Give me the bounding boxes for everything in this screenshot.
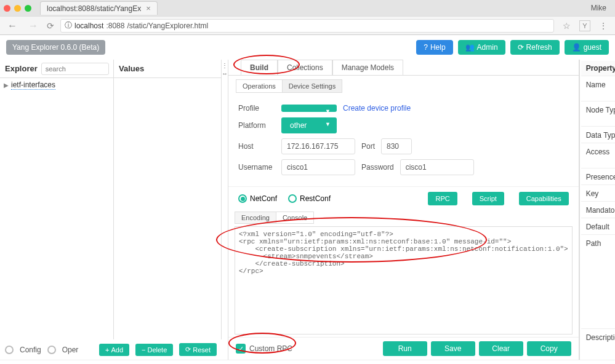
restconf-radio[interactable]: RestConf bbox=[288, 194, 331, 203]
prop-row-label: Path bbox=[581, 236, 615, 329]
maximize-window-icon[interactable] bbox=[25, 5, 31, 12]
copy-button[interactable]: Copy bbox=[527, 341, 571, 356]
filter-icon[interactable]: ⋮ bbox=[222, 62, 228, 69]
run-button[interactable]: Run bbox=[383, 341, 427, 356]
reload-icon[interactable]: ⟳ bbox=[47, 21, 54, 31]
status-bar: Status : Clear completed IETF 93 bbox=[0, 360, 615, 364]
prop-row-label: Access bbox=[581, 144, 615, 168]
save-button[interactable]: Save bbox=[431, 341, 475, 356]
info-icon: ⓘ bbox=[65, 20, 72, 31]
device-settings-form: Profile Create device profile Platform o… bbox=[228, 93, 579, 186]
tab-collections[interactable]: Collections bbox=[278, 60, 332, 75]
password-label: Password bbox=[361, 163, 394, 172]
subtab-device-settings[interactable]: Device Settings bbox=[283, 79, 342, 93]
radio-checked-icon bbox=[238, 194, 247, 203]
subtab-operations[interactable]: Operations bbox=[236, 79, 283, 93]
center-panel: Build Collections Manage Models Operatio… bbox=[228, 60, 579, 360]
oper-radio[interactable] bbox=[47, 346, 56, 354]
tab-build[interactable]: Build bbox=[241, 60, 278, 75]
radio-unchecked-icon bbox=[288, 194, 297, 203]
values-header: Values bbox=[119, 64, 144, 73]
admin-button[interactable]: 👥Admin bbox=[458, 40, 505, 55]
browser-menu-icon[interactable]: ⋮ bbox=[597, 21, 610, 31]
minimize-window-icon[interactable] bbox=[14, 5, 21, 12]
custom-rpc-label: Custom RPC bbox=[249, 344, 292, 353]
close-tab-icon[interactable]: × bbox=[146, 4, 151, 13]
prop-row-label: Presence bbox=[581, 170, 615, 185]
tab-manage-models[interactable]: Manage Models bbox=[332, 60, 403, 75]
platform-label: Platform bbox=[238, 121, 275, 130]
password-input[interactable] bbox=[400, 159, 474, 175]
url-port: :8088 bbox=[106, 22, 124, 30]
tree-item-label: ietf-interfaces bbox=[11, 81, 55, 90]
clear-button[interactable]: Clear bbox=[479, 341, 523, 356]
browser-tab[interactable]: localhost:8088/static/YangEx × bbox=[40, 1, 158, 15]
console-tab[interactable]: Console bbox=[276, 212, 314, 224]
netconf-radio[interactable]: NetConf bbox=[238, 194, 277, 203]
refresh-button[interactable]: ⟳Refresh bbox=[510, 40, 560, 55]
prop-row-label: Key bbox=[581, 186, 615, 202]
help-icon: ? bbox=[424, 43, 428, 52]
host-input[interactable] bbox=[281, 138, 355, 154]
address-bar[interactable]: ⓘ localhost:8088/static/YangExplorer.htm… bbox=[60, 19, 554, 33]
bookmark-icon[interactable]: ☆ bbox=[560, 21, 573, 31]
delete-button[interactable]: −Delete bbox=[135, 344, 173, 356]
config-radio[interactable] bbox=[5, 346, 14, 354]
custom-rpc-checkbox[interactable]: ✓ bbox=[236, 344, 246, 354]
browser-chrome: localhost:8088/static/YangEx × Mike ← → … bbox=[0, 0, 615, 35]
tree-item[interactable]: ▶ ietf-interfaces bbox=[0, 78, 113, 92]
profile-dropdown[interactable] bbox=[281, 105, 337, 112]
app-title-badge: Yang Explorer 0.6.0 (Beta) bbox=[6, 40, 105, 55]
host-label: Host bbox=[238, 142, 275, 151]
explorer-panel: Explorer ▶ ietf-interfaces bbox=[0, 60, 114, 339]
port-label: Port bbox=[361, 142, 375, 151]
prop-row-label: Description bbox=[581, 330, 615, 364]
splitter-column[interactable]: ⋮ ↔ bbox=[222, 60, 228, 360]
port-input[interactable] bbox=[381, 138, 412, 154]
encoding-tab[interactable]: Encoding bbox=[235, 212, 276, 224]
values-panel: Values bbox=[114, 60, 222, 339]
admin-icon: 👥 bbox=[465, 43, 475, 52]
profile-label: Profile bbox=[238, 104, 275, 113]
add-button[interactable]: +Add bbox=[99, 344, 129, 356]
refresh-icon: ⟳ bbox=[518, 43, 524, 52]
main-area: Explorer ▶ ietf-interfaces Values Config… bbox=[0, 60, 615, 360]
extension-icon[interactable]: Y bbox=[579, 20, 590, 31]
prop-row-label: Data Type bbox=[581, 128, 615, 143]
username-input[interactable] bbox=[281, 159, 355, 175]
reset-icon: ⟳ bbox=[185, 346, 191, 354]
property-header: Property bbox=[581, 61, 615, 76]
main-tabbar: Build Collections Manage Models bbox=[228, 60, 579, 76]
tab-title: localhost:8088/static/YangEx bbox=[47, 4, 141, 13]
create-profile-link[interactable]: Create device profile bbox=[343, 104, 411, 113]
user-icon: 👤 bbox=[572, 43, 581, 52]
explorer-footer: Config Oper +Add −Delete ⟳Reset bbox=[0, 339, 222, 360]
oper-label: Oper bbox=[62, 346, 79, 354]
app-bar: Yang Explorer 0.6.0 (Beta) ?Help 👥Admin … bbox=[0, 35, 615, 60]
back-icon[interactable]: ← bbox=[5, 20, 20, 31]
explorer-header: Explorer bbox=[5, 64, 38, 73]
prop-row-label: Name bbox=[581, 77, 615, 101]
help-button[interactable]: ?Help bbox=[416, 40, 452, 55]
arrows-icon[interactable]: ↔ bbox=[222, 70, 228, 77]
center-footer: ✓ Custom RPC Run Save Clear Copy bbox=[228, 337, 579, 360]
expand-icon[interactable]: ▶ bbox=[4, 82, 9, 89]
property-panel: PropertyValue Namestatistics Node Typeco… bbox=[579, 60, 615, 360]
forward-icon[interactable]: → bbox=[26, 20, 41, 31]
window-controls bbox=[4, 5, 31, 12]
username-label: Username bbox=[238, 163, 275, 172]
url-host: localhost bbox=[74, 22, 103, 30]
rpc-button[interactable]: RPC bbox=[428, 192, 457, 205]
search-input[interactable] bbox=[41, 63, 109, 75]
xml-editor[interactable]: <?xml version="1.0" encoding="utf-8"?> <… bbox=[235, 226, 573, 334]
platform-dropdown[interactable]: other bbox=[281, 117, 337, 133]
capabilities-button[interactable]: Capabilities bbox=[519, 192, 569, 205]
close-window-icon[interactable] bbox=[4, 5, 10, 12]
reset-button[interactable]: ⟳Reset bbox=[179, 343, 217, 356]
script-button[interactable]: Script bbox=[472, 192, 504, 205]
property-table: PropertyValue Namestatistics Node Typeco… bbox=[580, 60, 615, 364]
plus-icon: + bbox=[105, 346, 109, 354]
config-label: Config bbox=[20, 346, 41, 354]
prop-row-label: Node Type bbox=[581, 103, 615, 127]
guest-button[interactable]: 👤guest bbox=[565, 40, 609, 55]
